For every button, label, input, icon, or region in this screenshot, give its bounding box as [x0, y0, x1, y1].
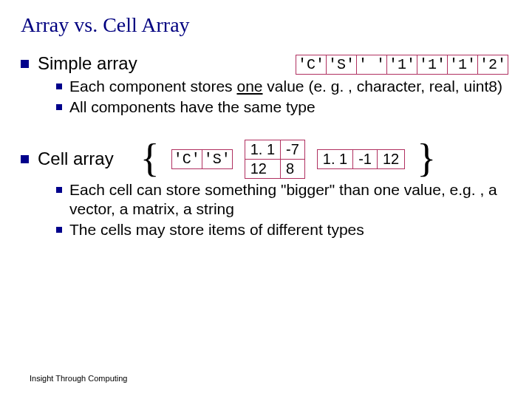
- vector-cell: 12: [377, 149, 404, 168]
- matrix-cell: -7: [281, 140, 305, 159]
- footer-text: Insight Through Computing: [30, 374, 128, 383]
- cell-point-2-text: The cells may store items of different t…: [69, 220, 364, 239]
- open-brace-icon: {: [140, 143, 160, 174]
- simple-array-diagram: 'C' 'S' ' ' '1' '1' '1' '2': [296, 55, 508, 75]
- array-cell: 'S': [327, 55, 357, 75]
- simple-point-1-text: Each component stores one value (e. g. ,…: [69, 77, 502, 96]
- square-bullet-icon: [21, 155, 29, 163]
- array-cell: '1': [417, 55, 448, 75]
- vector-cell: 1. 1: [317, 149, 352, 168]
- cell-point-1: Each cell can store something "bigger" t…: [56, 180, 511, 219]
- simple-point-2-text: All components have the same type: [69, 98, 316, 117]
- cell-item: 'S': [202, 149, 232, 168]
- cell-array-heading: Cell array: [21, 149, 114, 169]
- cell-array-label: Cell array: [38, 149, 114, 169]
- array-cell: '2': [478, 55, 508, 75]
- square-bullet-icon: [56, 83, 62, 89]
- cell-array-diagram: { 'C' 'S' 1. 1 -7 12 8 1. 1 -1 12 }: [140, 140, 436, 179]
- square-bullet-icon: [56, 104, 62, 110]
- simple-point-2: All components have the same type: [56, 98, 511, 117]
- cell-point-2: The cells may store items of different t…: [56, 220, 511, 239]
- matrix-cell: 1. 1: [245, 140, 280, 159]
- vector-cell: -1: [353, 149, 378, 168]
- slide-title: Array vs. Cell Array: [21, 13, 511, 37]
- array-cell: 'C': [296, 55, 327, 75]
- array-cell: ' ': [357, 55, 387, 75]
- matrix-cell: 8: [281, 159, 305, 178]
- cell-point-1-text: Each cell can store something "bigger" t…: [69, 180, 511, 219]
- array-cell: '1': [387, 55, 417, 75]
- square-bullet-icon: [21, 60, 29, 68]
- matrix-cell: 12: [245, 159, 280, 178]
- simple-point-1: Each component stores one value (e. g. ,…: [56, 77, 511, 96]
- square-bullet-icon: [56, 187, 62, 193]
- simple-array-label: Simple array: [38, 53, 137, 74]
- square-bullet-icon: [56, 227, 62, 233]
- cell-item: 'C': [171, 149, 202, 168]
- close-brace-icon: }: [417, 143, 436, 174]
- array-cell: '1': [448, 55, 478, 75]
